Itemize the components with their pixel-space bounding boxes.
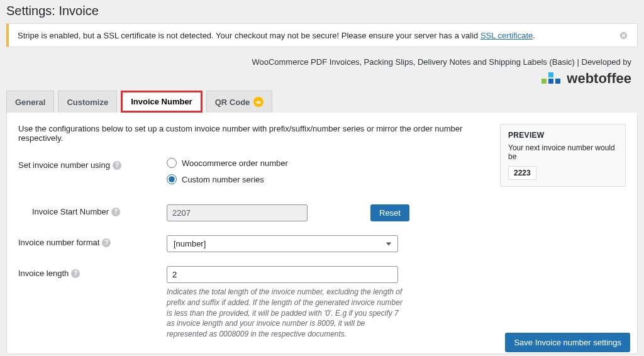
row-format: Invoice number format ? [number] (18, 235, 487, 252)
tab-customize[interactable]: Customize (58, 91, 117, 113)
control-set-using: Woocommerce order number Custom number s… (167, 158, 487, 191)
control-format: [number] (167, 235, 487, 252)
tab-invoice-number[interactable]: Invoice Number (121, 91, 203, 113)
svg-rect-4 (555, 79, 560, 84)
control-length: Indicates the total length of the invoic… (167, 266, 487, 340)
save-button[interactable]: Save Invoice number settings (505, 333, 630, 352)
svg-rect-2 (548, 72, 553, 77)
tab-general[interactable]: General (6, 91, 54, 113)
page-title: Settings: Invoice (0, 0, 644, 23)
ssl-link[interactable]: SSL certificate (480, 31, 533, 40)
row-start-number: Invoice Start Number ? Reset (32, 204, 487, 221)
close-icon[interactable] (618, 30, 628, 40)
start-number-input[interactable] (167, 204, 308, 221)
radio-custom[interactable]: Custom number series (167, 174, 487, 184)
brand-icon (541, 72, 564, 85)
format-select[interactable]: [number] (167, 235, 398, 252)
notice-text-prefix: Stripe is enabled, but a SSL certificate… (18, 31, 480, 40)
help-icon[interactable]: ? (71, 269, 80, 278)
preview-text: Your next invoice number would be (508, 143, 618, 161)
crown-icon (253, 97, 264, 107)
tab-qr-code-label: QR Code (215, 97, 250, 107)
label-format: Invoice number format ? (18, 235, 167, 247)
brand-text: webtoffee (567, 70, 631, 87)
developer-line: WooCommerce PDF Invoices, Packing Slips,… (0, 56, 644, 68)
svg-rect-3 (548, 79, 553, 84)
row-set-using: Set invoice number using ? Woocommerce o… (18, 158, 487, 191)
preview-box: PREVIEW Your next invoice number would b… (500, 124, 626, 187)
brand-logo: webtoffee (535, 68, 644, 91)
settings-form: Use the configurations below to set up a… (18, 124, 487, 342)
intro-text: Use the configurations below to set up a… (18, 124, 487, 143)
help-icon[interactable]: ? (102, 238, 111, 247)
notice-text-suffix: . (533, 31, 535, 40)
ssl-notice: Stripe is enabled, but a SSL certificate… (6, 23, 638, 47)
help-icon[interactable]: ? (113, 161, 121, 170)
notice-text: Stripe is enabled, but a SSL certificate… (18, 31, 535, 40)
settings-panel: Use the configurations below to set up a… (6, 113, 638, 354)
label-start-number: Invoice Start Number ? (32, 204, 167, 216)
help-icon[interactable]: ? (111, 208, 120, 216)
control-start-number: Reset (167, 204, 487, 221)
reset-button[interactable]: Reset (370, 204, 409, 221)
preview-value: 2223 (508, 166, 536, 180)
length-input[interactable] (167, 266, 398, 283)
svg-rect-1 (541, 79, 547, 84)
tabs: General Customize Invoice Number QR Code (0, 91, 644, 113)
radio-woo[interactable]: Woocommerce order number (167, 158, 487, 168)
label-length: Invoice length ? (18, 266, 167, 278)
preview-title: PREVIEW (508, 131, 618, 140)
radio-custom-input[interactable] (167, 174, 177, 184)
radio-woo-input[interactable] (167, 158, 177, 168)
label-set-using: Set invoice number using ? (18, 158, 167, 170)
row-length: Invoice length ? Indicates the total len… (18, 266, 487, 340)
tab-qr-code[interactable]: QR Code (206, 91, 273, 113)
length-help-text: Indicates the total length of the invoic… (167, 287, 406, 340)
preview-panel: PREVIEW Your next invoice number would b… (500, 124, 626, 342)
